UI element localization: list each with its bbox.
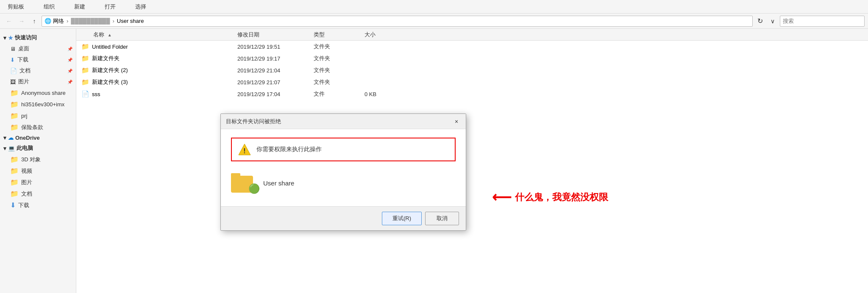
- annotation-label: 什么鬼，我竟然没权限: [515, 191, 608, 204]
- toolbar-select[interactable]: 选择: [132, 3, 150, 11]
- address-host: ██████████: [71, 18, 110, 24]
- toolbar-new[interactable]: 新建: [71, 3, 89, 11]
- warning-icon: !: [238, 143, 251, 156]
- address-share: User share: [117, 18, 144, 24]
- dialog-body: ! 你需要权限来执行此操作 🟢 User share ⟵ 什么鬼，我竟然没权限: [221, 129, 466, 206]
- nav-bar: ← → ↑ 🌐 网络 › ██████████ › User share ↻ ∨: [0, 14, 868, 29]
- address-sep2: ›: [112, 18, 114, 24]
- toolbar-clipboard[interactable]: 剪贴板: [4, 3, 28, 11]
- toolbar-open[interactable]: 打开: [101, 3, 119, 11]
- share-icon: 🟢: [248, 183, 260, 194]
- address-network-icon: 🌐: [45, 18, 51, 24]
- toolbar: 剪贴板 组织 新建 打开 选择: [0, 0, 868, 14]
- toolbar-organize[interactable]: 组织: [40, 3, 58, 11]
- retry-button[interactable]: 重试(R): [382, 212, 422, 225]
- address-sep1: ›: [67, 18, 68, 24]
- up-button[interactable]: ↑: [29, 16, 40, 27]
- dialog-footer: 重试(R) 取消: [221, 206, 466, 230]
- dialog-close-button[interactable]: ×: [452, 117, 461, 126]
- address-bar[interactable]: 🌐 网络 › ██████████ › User share: [42, 16, 753, 27]
- arrow-icon: ⟵: [492, 189, 512, 205]
- dialog-overlay: 目标文件夹访问被拒绝 × ! 你需要权限来执行此操作 🟢 User share: [0, 29, 868, 293]
- dropdown-button[interactable]: ∨: [767, 16, 778, 27]
- search-input[interactable]: [780, 16, 865, 27]
- dialog-titlebar: 目标文件夹访问被拒绝 ×: [221, 114, 466, 129]
- dialog-folder-row: 🟢 User share ⟵ 什么鬼，我竟然没权限: [231, 168, 456, 198]
- folder-name-label: User share: [263, 180, 294, 187]
- dialog-title: 目标文件夹访问被拒绝: [226, 118, 281, 125]
- dialog-warning-row: ! 你需要权限来执行此操作: [231, 138, 456, 161]
- forward-button[interactable]: →: [16, 16, 27, 27]
- cancel-button[interactable]: 取消: [425, 212, 459, 225]
- back-button[interactable]: ←: [3, 16, 14, 27]
- folder-graphic: 🟢: [231, 172, 256, 193]
- annotation-text: ⟵ 什么鬼，我竟然没权限: [492, 189, 608, 205]
- dialog-message: 你需要权限来执行此操作: [256, 146, 322, 153]
- access-denied-dialog: 目标文件夹访问被拒绝 × ! 你需要权限来执行此操作 🟢 User share: [220, 113, 466, 231]
- refresh-button[interactable]: ↻: [754, 16, 765, 27]
- address-network: 网络: [53, 17, 64, 25]
- svg-text:!: !: [243, 147, 245, 155]
